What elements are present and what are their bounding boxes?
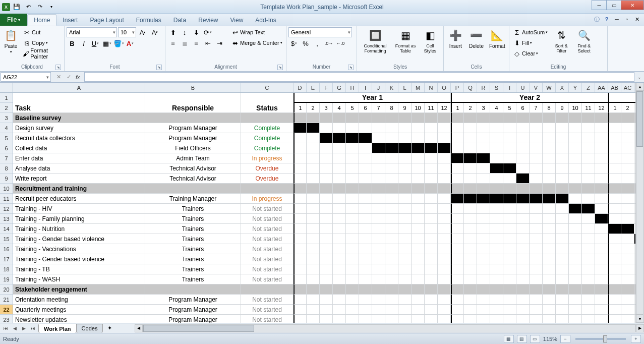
cell[interactable] bbox=[621, 163, 634, 174]
cell[interactable] bbox=[412, 174, 425, 184]
column-header[interactable]: V bbox=[530, 83, 543, 92]
cell[interactable] bbox=[307, 224, 320, 234]
cell[interactable] bbox=[543, 224, 556, 234]
cell[interactable] bbox=[425, 234, 438, 244]
cell[interactable] bbox=[372, 254, 385, 264]
maximize-button[interactable]: ▭ bbox=[606, 0, 621, 10]
cell[interactable] bbox=[543, 234, 556, 244]
row-header[interactable]: 14 bbox=[0, 224, 13, 234]
cell[interactable] bbox=[490, 204, 503, 214]
cell[interactable] bbox=[582, 204, 595, 214]
sheet-tab-codes[interactable]: Codes bbox=[76, 324, 103, 333]
cell[interactable] bbox=[503, 234, 516, 244]
zoom-level[interactable]: 115% bbox=[543, 336, 557, 342]
cell[interactable]: 11 bbox=[425, 103, 438, 113]
cell[interactable] bbox=[477, 194, 490, 204]
cell[interactable] bbox=[556, 174, 569, 184]
cell[interactable] bbox=[438, 133, 451, 143]
column-header[interactable]: W bbox=[543, 83, 556, 92]
cell[interactable]: 3 bbox=[320, 103, 333, 113]
number-format-combo[interactable]: General bbox=[288, 27, 352, 37]
row-header[interactable]: 21 bbox=[0, 295, 13, 305]
cell[interactable] bbox=[385, 123, 398, 133]
cell[interactable] bbox=[621, 254, 634, 264]
cell[interactable] bbox=[516, 315, 530, 323]
row-header[interactable]: 2 bbox=[0, 103, 13, 113]
page-break-view-button[interactable]: ▭ bbox=[530, 335, 540, 343]
cell[interactable] bbox=[477, 274, 490, 284]
cell[interactable] bbox=[556, 274, 569, 284]
cell[interactable] bbox=[556, 143, 569, 153]
cell[interactable] bbox=[530, 174, 543, 184]
cell[interactable] bbox=[595, 184, 608, 194]
cell[interactable] bbox=[569, 204, 582, 214]
cell[interactable] bbox=[451, 305, 464, 315]
cell[interactable] bbox=[294, 315, 307, 323]
decrease-indent-button[interactable]: ⇤ bbox=[202, 38, 213, 48]
cell[interactable] bbox=[464, 264, 477, 274]
cell[interactable] bbox=[477, 254, 490, 264]
cell[interactable] bbox=[398, 234, 412, 244]
cell[interactable] bbox=[412, 214, 425, 224]
cell[interactable] bbox=[320, 153, 333, 163]
cell[interactable]: 8 bbox=[385, 103, 398, 113]
cell[interactable] bbox=[346, 284, 359, 295]
cell[interactable] bbox=[595, 153, 608, 163]
cell[interactable] bbox=[582, 194, 595, 204]
cell[interactable] bbox=[438, 184, 451, 194]
cell[interactable] bbox=[346, 204, 359, 214]
cell[interactable] bbox=[438, 264, 451, 274]
cell[interactable] bbox=[412, 113, 425, 123]
cell[interactable] bbox=[359, 174, 372, 184]
cell[interactable] bbox=[451, 143, 464, 153]
cell[interactable] bbox=[333, 184, 346, 194]
cell[interactable] bbox=[543, 295, 556, 305]
qat-undo-button[interactable]: ↶ bbox=[23, 2, 33, 12]
cell[interactable] bbox=[307, 153, 320, 163]
cell[interactable] bbox=[582, 153, 595, 163]
cell[interactable] bbox=[333, 214, 346, 224]
cell[interactable] bbox=[307, 113, 320, 123]
cell[interactable] bbox=[516, 174, 530, 184]
cell[interactable] bbox=[385, 274, 398, 284]
cell[interactable]: Status bbox=[241, 103, 294, 113]
cell[interactable] bbox=[569, 143, 582, 153]
cell[interactable] bbox=[425, 133, 438, 143]
sort-filter-button[interactable]: ⇅Sort & Filter bbox=[551, 27, 572, 53]
cell[interactable] bbox=[608, 204, 621, 214]
cell[interactable] bbox=[464, 133, 477, 143]
cell[interactable] bbox=[503, 184, 516, 194]
cell[interactable]: 11 bbox=[582, 103, 595, 113]
cell[interactable] bbox=[582, 315, 595, 323]
cell[interactable] bbox=[595, 204, 608, 214]
qat-redo-button[interactable]: ↷ bbox=[35, 2, 45, 12]
cell[interactable] bbox=[372, 295, 385, 305]
cell[interactable] bbox=[385, 264, 398, 274]
cell[interactable]: 2 bbox=[464, 103, 477, 113]
cell[interactable] bbox=[543, 143, 556, 153]
cell[interactable] bbox=[451, 244, 464, 254]
cell[interactable] bbox=[241, 284, 294, 295]
cell[interactable] bbox=[556, 194, 569, 204]
next-sheet-button[interactable]: ▶ bbox=[19, 324, 28, 332]
cell[interactable] bbox=[385, 305, 398, 315]
cell[interactable] bbox=[13, 93, 145, 103]
cell[interactable] bbox=[451, 133, 464, 143]
cell[interactable] bbox=[516, 295, 530, 305]
cancel-formula-button[interactable]: ✕ bbox=[53, 73, 64, 82]
cell[interactable]: Orientation meeting bbox=[13, 295, 145, 305]
cell[interactable] bbox=[608, 295, 621, 305]
cell[interactable]: Trainers bbox=[145, 264, 241, 274]
cell[interactable] bbox=[372, 174, 385, 184]
row-header[interactable]: 12 bbox=[0, 204, 13, 214]
cell[interactable] bbox=[320, 244, 333, 254]
font-name-combo[interactable]: Arial bbox=[67, 27, 117, 37]
cell[interactable]: Trainers bbox=[145, 244, 241, 254]
cell[interactable] bbox=[398, 224, 412, 234]
cell[interactable] bbox=[595, 143, 608, 153]
cell[interactable] bbox=[333, 224, 346, 234]
cell[interactable] bbox=[372, 133, 385, 143]
cell[interactable] bbox=[503, 143, 516, 153]
tab-review[interactable]: Review bbox=[192, 14, 224, 26]
page-layout-view-button[interactable]: ▤ bbox=[517, 335, 527, 343]
